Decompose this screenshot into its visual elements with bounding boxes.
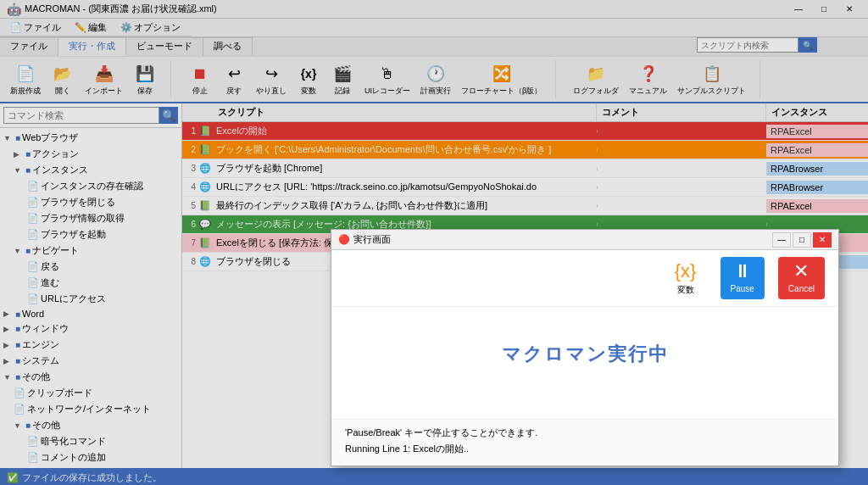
- variable-modal-button[interactable]: {x} 変数: [665, 257, 707, 299]
- pause-modal-icon: ⏸: [733, 260, 752, 282]
- modal-title: 🔴 実行画面: [338, 233, 391, 246]
- modal-footer: 'Pause/Break' キーで停止することができます. Running Li…: [331, 419, 838, 465]
- modal-close-button[interactable]: ✕: [813, 232, 832, 248]
- pause-modal-button[interactable]: ⏸ Pause: [721, 257, 765, 299]
- execution-dialog: 🔴 実行画面 — □ ✕ {x} 変数 ⏸ Pause ✕ Cancel: [331, 229, 839, 466]
- cancel-modal-label: Cancel: [788, 284, 815, 293]
- modal-minimize-button[interactable]: —: [772, 232, 791, 248]
- modal-titlebar: 🔴 実行画面 — □ ✕: [331, 230, 838, 250]
- modal-controls: — □ ✕: [772, 232, 832, 248]
- modal-body: {x} 変数 ⏸ Pause ✕ Cancel マクロマン実行中 'Pause/…: [331, 250, 838, 465]
- modal-maximize-button[interactable]: □: [793, 232, 811, 248]
- cancel-modal-icon: ✕: [793, 260, 809, 282]
- variable-modal-icon: {x}: [675, 260, 697, 282]
- modal-icon: 🔴: [338, 234, 350, 245]
- modal-toolbar: {x} 変数 ⏸ Pause ✕ Cancel: [331, 250, 838, 307]
- pause-modal-label: Pause: [731, 284, 754, 293]
- modal-footer-line2: Running Line 1: Excelの開始..: [345, 443, 825, 455]
- running-text: マクロマン実行中: [502, 342, 669, 367]
- variable-modal-label: 変数: [677, 284, 694, 296]
- modal-content: マクロマン実行中: [331, 307, 838, 419]
- modal-footer-line1: 'Pause/Break' キーで停止することができます.: [345, 426, 825, 439]
- cancel-modal-button[interactable]: ✕ Cancel: [778, 257, 825, 299]
